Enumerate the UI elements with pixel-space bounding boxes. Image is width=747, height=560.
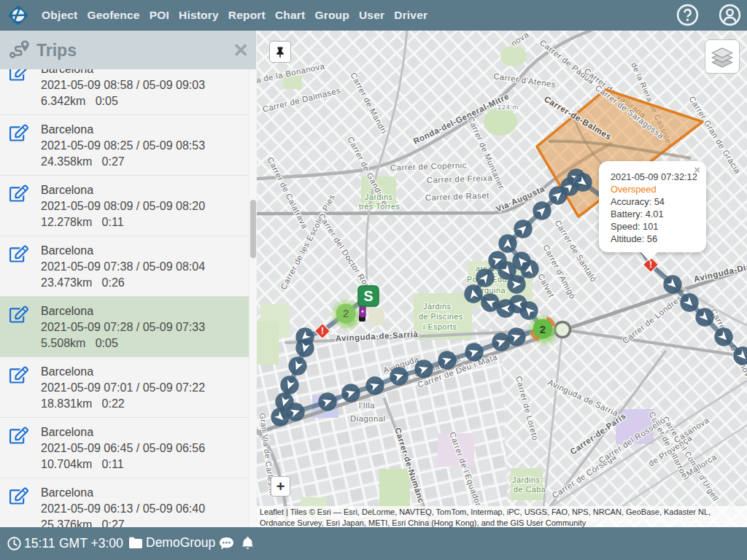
svg-text:2: 2 [540,323,546,335]
svg-text:!: ! [649,260,652,270]
svg-text:l'Illa: l'Illa [359,401,375,410]
svg-text:Jardins: Jardins [423,302,451,311]
svg-text:124 m: 124 m [498,103,519,111]
svg-text:de Caba: de Caba [514,485,546,494]
svg-text:Jardins: Jardins [365,192,392,201]
svg-text:de Piscines: de Piscines [419,312,463,321]
svg-text:S: S [363,288,373,304]
svg-text:Diagonal: Diagonal [350,414,386,423]
svg-text:2: 2 [343,308,349,319]
svg-text:i Esports: i Esports [423,322,457,331]
svg-text:!: ! [321,326,324,336]
svg-text:très Torres: très Torres [359,202,400,211]
svg-text:Jardins: Jardins [512,475,540,484]
